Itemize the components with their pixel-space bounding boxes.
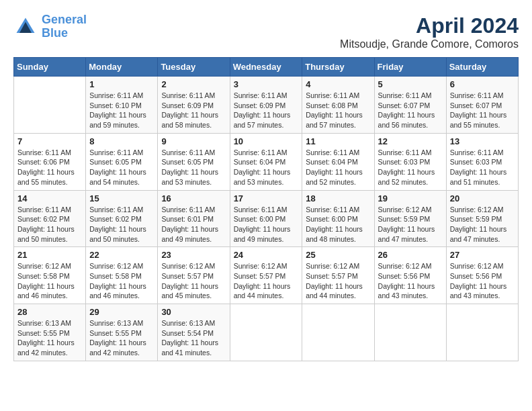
day-number: 30 <box>161 307 226 317</box>
day-info: Sunrise: 6:12 AMSunset: 5:56 PMDaylight:… <box>378 261 443 301</box>
day-number: 20 <box>450 193 515 203</box>
day-number: 1 <box>89 79 154 89</box>
day-number: 28 <box>17 307 82 317</box>
day-info: Sunrise: 6:12 AMSunset: 5:57 PMDaylight:… <box>161 261 226 301</box>
weekday-header-monday: Monday <box>86 58 158 77</box>
day-cell: 29Sunrise: 6:13 AMSunset: 5:55 PMDayligh… <box>86 304 158 361</box>
week-row-5: 28Sunrise: 6:13 AMSunset: 5:55 PMDayligh… <box>14 304 519 361</box>
title-block: April 2024 Mitsoudje, Grande Comore, Com… <box>340 13 519 50</box>
day-info: Sunrise: 6:13 AMSunset: 5:55 PMDaylight:… <box>89 318 154 358</box>
day-info: Sunrise: 6:11 AMSunset: 6:00 PMDaylight:… <box>234 205 299 244</box>
day-number: 29 <box>89 307 154 317</box>
logo-text: General Blue <box>42 13 87 40</box>
day-info: Sunrise: 6:11 AMSunset: 6:10 PMDaylight:… <box>89 91 154 130</box>
day-cell: 4Sunrise: 6:11 AMSunset: 6:08 PMDaylight… <box>302 77 374 134</box>
day-cell: 11Sunrise: 6:11 AMSunset: 6:04 PMDayligh… <box>302 133 374 190</box>
day-info: Sunrise: 6:11 AMSunset: 6:09 PMDaylight:… <box>161 91 226 130</box>
day-cell: 12Sunrise: 6:11 AMSunset: 6:03 PMDayligh… <box>374 133 446 190</box>
day-info: Sunrise: 6:13 AMSunset: 5:54 PMDaylight:… <box>161 318 226 358</box>
weekday-header-friday: Friday <box>374 58 446 77</box>
day-info: Sunrise: 6:11 AMSunset: 6:02 PMDaylight:… <box>17 205 82 244</box>
day-number: 4 <box>306 79 370 89</box>
day-cell: 19Sunrise: 6:12 AMSunset: 5:59 PMDayligh… <box>374 190 446 247</box>
page-header: General Blue April 2024 Mitsoudje, Grand… <box>13 13 519 50</box>
day-info: Sunrise: 6:13 AMSunset: 5:55 PMDaylight:… <box>17 318 82 358</box>
logo-icon <box>13 15 38 39</box>
weekday-header-row: SundayMondayTuesdayWednesdayThursdayFrid… <box>14 58 519 77</box>
day-cell <box>446 304 518 361</box>
day-number: 12 <box>378 136 443 146</box>
day-cell <box>230 304 302 361</box>
day-info: Sunrise: 6:11 AMSunset: 6:04 PMDaylight:… <box>306 148 370 187</box>
day-cell <box>14 77 86 134</box>
day-info: Sunrise: 6:11 AMSunset: 6:08 PMDaylight:… <box>306 91 370 130</box>
day-cell: 21Sunrise: 6:12 AMSunset: 5:58 PMDayligh… <box>14 247 86 304</box>
day-number: 19 <box>378 193 443 203</box>
day-number: 18 <box>306 193 370 203</box>
day-cell: 8Sunrise: 6:11 AMSunset: 6:05 PMDaylight… <box>86 133 158 190</box>
day-info: Sunrise: 6:11 AMSunset: 6:09 PMDaylight:… <box>234 91 299 130</box>
weekday-header-wednesday: Wednesday <box>230 58 302 77</box>
day-cell: 22Sunrise: 6:12 AMSunset: 5:58 PMDayligh… <box>86 247 158 304</box>
weekday-header-saturday: Saturday <box>446 58 518 77</box>
day-info: Sunrise: 6:11 AMSunset: 6:07 PMDaylight:… <box>450 91 515 130</box>
day-cell: 2Sunrise: 6:11 AMSunset: 6:09 PMDaylight… <box>158 77 230 134</box>
day-cell: 14Sunrise: 6:11 AMSunset: 6:02 PMDayligh… <box>14 190 86 247</box>
day-cell <box>302 304 374 361</box>
day-number: 16 <box>161 193 226 203</box>
day-info: Sunrise: 6:12 AMSunset: 5:59 PMDaylight:… <box>378 205 443 244</box>
weekday-header-sunday: Sunday <box>14 58 86 77</box>
day-cell: 6Sunrise: 6:11 AMSunset: 6:07 PMDaylight… <box>446 77 518 134</box>
day-cell: 1Sunrise: 6:11 AMSunset: 6:10 PMDaylight… <box>86 77 158 134</box>
day-cell: 20Sunrise: 6:12 AMSunset: 5:59 PMDayligh… <box>446 190 518 247</box>
day-info: Sunrise: 6:11 AMSunset: 6:06 PMDaylight:… <box>17 148 82 187</box>
day-info: Sunrise: 6:12 AMSunset: 5:58 PMDaylight:… <box>17 261 82 301</box>
day-number: 13 <box>450 136 515 146</box>
day-number: 15 <box>89 193 154 203</box>
day-number: 3 <box>234 79 299 89</box>
day-number: 7 <box>17 136 82 146</box>
day-info: Sunrise: 6:11 AMSunset: 6:03 PMDaylight:… <box>450 148 515 187</box>
day-cell: 17Sunrise: 6:11 AMSunset: 6:00 PMDayligh… <box>230 190 302 247</box>
day-number: 8 <box>89 136 154 146</box>
day-info: Sunrise: 6:12 AMSunset: 5:57 PMDaylight:… <box>306 261 370 301</box>
day-number: 24 <box>234 250 299 260</box>
day-number: 26 <box>378 250 443 260</box>
day-cell: 16Sunrise: 6:11 AMSunset: 6:01 PMDayligh… <box>158 190 230 247</box>
day-number: 9 <box>161 136 226 146</box>
day-info: Sunrise: 6:11 AMSunset: 6:05 PMDaylight:… <box>89 148 154 187</box>
location-title: Mitsoudje, Grande Comore, Comoros <box>340 38 519 50</box>
weekday-header-tuesday: Tuesday <box>158 58 230 77</box>
month-title: April 2024 <box>340 13 519 38</box>
week-row-1: 1Sunrise: 6:11 AMSunset: 6:10 PMDaylight… <box>14 77 519 134</box>
day-number: 23 <box>161 250 226 260</box>
day-number: 25 <box>306 250 370 260</box>
day-info: Sunrise: 6:12 AMSunset: 5:59 PMDaylight:… <box>450 205 515 244</box>
logo: General Blue <box>13 13 87 40</box>
calendar-table: SundayMondayTuesdayWednesdayThursdayFrid… <box>13 57 519 361</box>
day-cell: 15Sunrise: 6:11 AMSunset: 6:02 PMDayligh… <box>86 190 158 247</box>
day-number: 21 <box>17 250 82 260</box>
day-cell: 9Sunrise: 6:11 AMSunset: 6:05 PMDaylight… <box>158 133 230 190</box>
day-cell: 10Sunrise: 6:11 AMSunset: 6:04 PMDayligh… <box>230 133 302 190</box>
day-info: Sunrise: 6:12 AMSunset: 5:56 PMDaylight:… <box>450 261 515 301</box>
day-info: Sunrise: 6:12 AMSunset: 5:58 PMDaylight:… <box>89 261 154 301</box>
week-row-4: 21Sunrise: 6:12 AMSunset: 5:58 PMDayligh… <box>14 247 519 304</box>
day-number: 6 <box>450 79 515 89</box>
day-info: Sunrise: 6:12 AMSunset: 5:57 PMDaylight:… <box>234 261 299 301</box>
day-cell: 30Sunrise: 6:13 AMSunset: 5:54 PMDayligh… <box>158 304 230 361</box>
day-info: Sunrise: 6:11 AMSunset: 6:00 PMDaylight:… <box>306 205 370 244</box>
day-cell: 26Sunrise: 6:12 AMSunset: 5:56 PMDayligh… <box>374 247 446 304</box>
day-info: Sunrise: 6:11 AMSunset: 6:03 PMDaylight:… <box>378 148 443 187</box>
day-number: 10 <box>234 136 299 146</box>
day-info: Sunrise: 6:11 AMSunset: 6:02 PMDaylight:… <box>89 205 154 244</box>
day-cell: 13Sunrise: 6:11 AMSunset: 6:03 PMDayligh… <box>446 133 518 190</box>
day-cell: 7Sunrise: 6:11 AMSunset: 6:06 PMDaylight… <box>14 133 86 190</box>
day-info: Sunrise: 6:11 AMSunset: 6:05 PMDaylight:… <box>161 148 226 187</box>
day-number: 5 <box>378 79 443 89</box>
day-cell: 24Sunrise: 6:12 AMSunset: 5:57 PMDayligh… <box>230 247 302 304</box>
day-cell: 3Sunrise: 6:11 AMSunset: 6:09 PMDaylight… <box>230 77 302 134</box>
day-cell: 28Sunrise: 6:13 AMSunset: 5:55 PMDayligh… <box>14 304 86 361</box>
day-cell: 23Sunrise: 6:12 AMSunset: 5:57 PMDayligh… <box>158 247 230 304</box>
day-info: Sunrise: 6:11 AMSunset: 6:07 PMDaylight:… <box>378 91 443 130</box>
